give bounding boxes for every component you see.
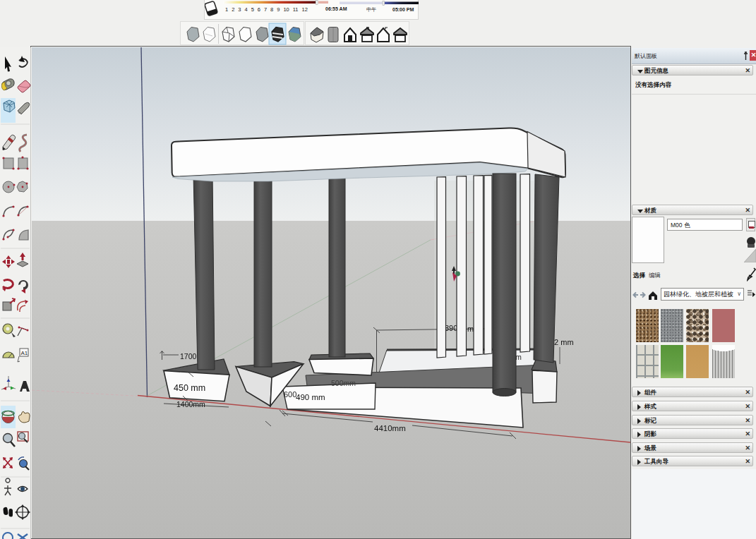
svg-text:A1: A1 (21, 350, 28, 356)
